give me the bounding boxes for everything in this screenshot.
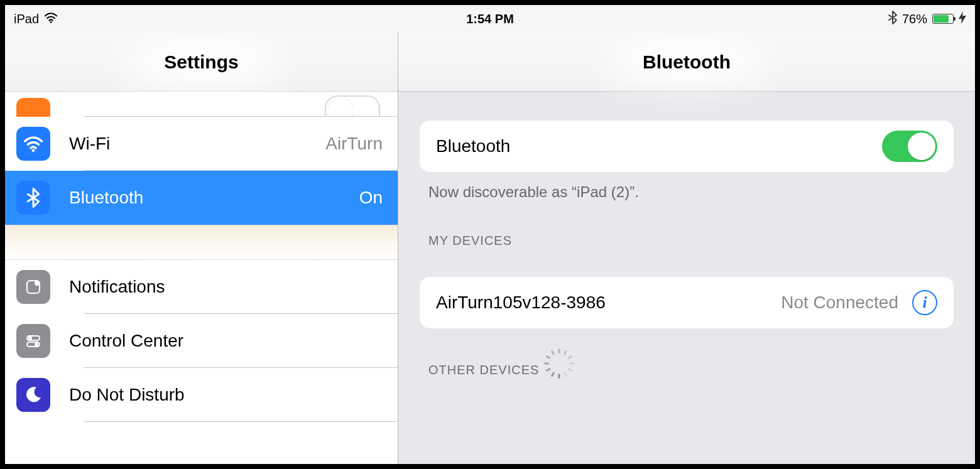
controlcenter-icon	[16, 324, 50, 358]
charging-icon	[959, 11, 966, 27]
my-devices-header: MY DEVICES	[428, 234, 954, 248]
settings-row-controlcenter[interactable]: Control Center	[5, 314, 398, 368]
dnd-icon	[16, 378, 50, 412]
wifi-icon	[16, 127, 50, 161]
info-icon[interactable]: i	[912, 290, 937, 315]
detail-header: Bluetooth	[398, 33, 975, 92]
device-status: Not Connected	[781, 293, 898, 313]
battery-icon	[932, 14, 954, 24]
status-carrier: iPad	[14, 12, 39, 26]
row-label: Notifications	[69, 277, 386, 297]
svg-point-1	[32, 149, 35, 152]
settings-header: Settings	[5, 33, 398, 92]
row-label: Wi-Fi	[69, 134, 325, 154]
svg-point-0	[50, 21, 52, 23]
settings-row-notifications[interactable]: Notifications	[5, 260, 398, 314]
wifi-icon	[44, 12, 58, 26]
device-name: AirTurn105v128-3986	[436, 293, 781, 313]
row-label: Do Not Disturb	[69, 385, 386, 405]
section-gap	[5, 225, 398, 260]
toggle-label: Bluetooth	[436, 136, 882, 156]
status-bar: iPad 1:54 PM 76%	[5, 5, 975, 33]
other-devices-header: OTHER DEVICES	[428, 361, 954, 379]
settings-row-airplane-partial[interactable]	[5, 92, 398, 117]
settings-title: Settings	[164, 51, 238, 73]
settings-row-wifi[interactable]: Wi-Fi AirTurn	[5, 117, 398, 171]
bluetooth-icon	[16, 181, 50, 215]
spinner-icon	[550, 361, 568, 379]
svg-point-5	[28, 337, 32, 340]
svg-point-7	[35, 343, 38, 347]
svg-point-3	[35, 281, 40, 286]
detail-title: Bluetooth	[643, 51, 731, 73]
settings-row-dnd[interactable]: Do Not Disturb	[5, 368, 398, 422]
row-label: Bluetooth	[69, 188, 359, 208]
row-value: On	[359, 188, 386, 208]
switch-off-icon[interactable]	[325, 95, 380, 117]
airplane-icon	[16, 98, 50, 117]
row-label: Control Center	[69, 331, 386, 351]
bluetooth-icon	[888, 11, 897, 28]
bluetooth-toggle-row: Bluetooth	[420, 121, 954, 172]
bluetooth-switch[interactable]	[882, 131, 937, 162]
row-value: AirTurn	[325, 134, 386, 154]
battery-percent: 76%	[902, 12, 927, 26]
device-row[interactable]: AirTurn105v128-3986 Not Connected i	[420, 277, 954, 328]
settings-row-bluetooth[interactable]: Bluetooth On	[5, 171, 398, 225]
notifications-icon	[16, 270, 50, 304]
discoverable-text: Now discoverable as “iPad (2)”.	[428, 183, 954, 201]
status-time: 1:54 PM	[466, 12, 514, 26]
